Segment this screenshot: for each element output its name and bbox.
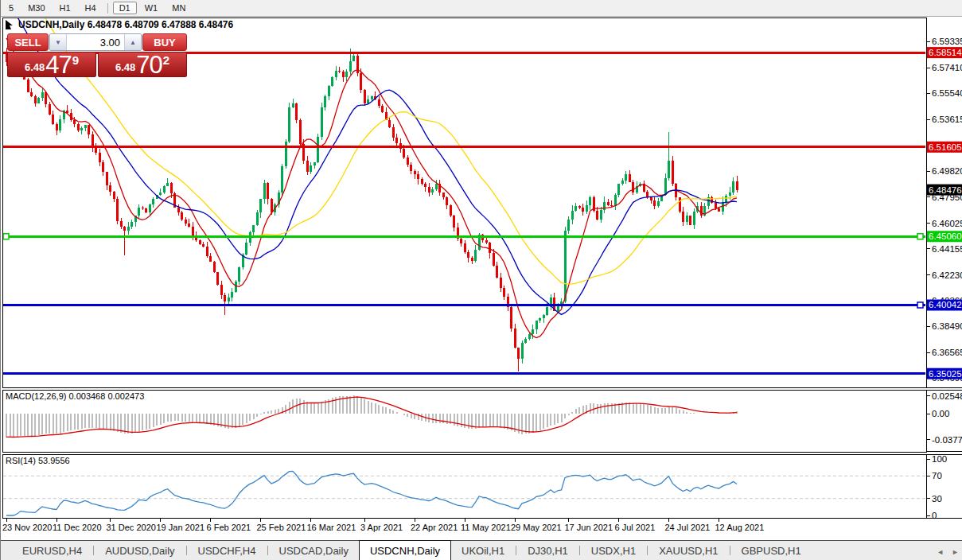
tab-separator [267, 546, 268, 555]
svg-text:31 Dec 2020: 31 Dec 2020 [107, 523, 156, 532]
sell-price-pip: 9 [72, 53, 79, 67]
svg-text:6.55540: 6.55540 [932, 88, 962, 98]
volume-increase-button[interactable]: ▲ [124, 34, 141, 50]
triangle-up-icon: ▲ [130, 39, 136, 46]
tab-separator [647, 546, 648, 555]
tab-separator [730, 546, 730, 555]
mt4-chart-window: 5M30H1H4D1W1MN 6.593356.574106.555406.53… [0, 0, 962, 560]
tab-separator [579, 546, 580, 555]
chart-tab-usdx[interactable]: USDX,H1 [581, 541, 646, 560]
svg-text:100: 100 [932, 454, 947, 464]
rsi-pane-title: RSI(14) 53.9556 [6, 456, 70, 465]
chart-tab-usdchf[interactable]: USDCHF,H4 [188, 541, 267, 560]
chart-cursor-icon [5, 19, 14, 30]
timeframe-button-h4[interactable]: H4 [79, 2, 103, 14]
svg-text:6.53615: 6.53615 [932, 115, 962, 124]
svg-text:23 Nov 2020: 23 Nov 2020 [2, 523, 52, 532]
chart-title-text: USDCNH,Daily 6.48478 6.48709 6.47888 6.4… [18, 19, 233, 30]
triangle-down-icon: ▼ [55, 39, 61, 46]
toolbar-separator [107, 3, 108, 14]
svg-text:12 Aug 2021: 12 Aug 2021 [715, 523, 765, 532]
svg-text:-0.037797: -0.037797 [932, 435, 962, 445]
chart-tab-dj30[interactable]: DJ30,H1 [517, 541, 578, 560]
svg-text:16 Mar 2021: 16 Mar 2021 [307, 523, 356, 532]
timeframe-button-m30[interactable]: M30 [21, 2, 51, 14]
buy-quote-panel[interactable]: 6.48702 [98, 52, 187, 77]
svg-text:6.57410: 6.57410 [932, 63, 962, 72]
chart-tab-gbpusd[interactable]: GBPUSD,H1 [731, 541, 812, 560]
tab-scroll-right-icon[interactable]: ► [952, 548, 959, 556]
chart-tab-ukoil[interactable]: UKOil,H1 [451, 541, 515, 560]
timeframe-button-5[interactable]: 5 [2, 2, 20, 14]
timeframe-button-h1[interactable]: H1 [53, 2, 77, 14]
timeframe-toolbar: 5M30H1H4D1W1MN [1, 0, 962, 17]
svg-text:3 Apr 2021: 3 Apr 2021 [360, 523, 403, 532]
chart-tab-audusd[interactable]: AUDUSD,Daily [95, 541, 185, 560]
line-selection-handle[interactable] [917, 234, 923, 239]
svg-text:6.59335: 6.59335 [932, 37, 962, 46]
svg-text:6.45060: 6.45060 [929, 231, 962, 241]
sell-quote-panel[interactable]: 6.48479 [7, 52, 96, 77]
svg-text:29 May 2021: 29 May 2021 [511, 523, 562, 532]
buy-price-prefix: 6.48 [115, 61, 135, 73]
timeframe-button-mn[interactable]: MN [166, 2, 192, 14]
volume-input[interactable] [67, 34, 124, 50]
svg-text:6.44155: 6.44155 [932, 244, 962, 254]
chart-tab-eurusd[interactable]: EURUSD,H4 [12, 541, 92, 560]
price-axis[interactable]: 6.593356.574106.555406.536156.498206.479… [926, 37, 962, 383]
sell-price-main: 47 [45, 52, 71, 76]
svg-text:11 May 2021: 11 May 2021 [461, 523, 511, 532]
buy-price-pip: 2 [163, 53, 169, 67]
svg-text:0.00: 0.00 [932, 409, 949, 418]
svg-text:6.38490: 6.38490 [932, 321, 962, 331]
svg-text:6.40042: 6.40042 [929, 300, 962, 309]
timeframe-button-w1[interactable]: W1 [138, 2, 165, 14]
tab-separator [186, 546, 187, 555]
svg-text:25 Feb 2021: 25 Feb 2021 [257, 523, 306, 532]
line-selection-handle[interactable] [3, 234, 9, 239]
tab-separator [93, 546, 94, 555]
volume-decrease-button[interactable]: ▼ [50, 34, 67, 50]
svg-text:6 Jul 2021: 6 Jul 2021 [615, 523, 656, 532]
svg-text:22 Apr 2021: 22 Apr 2021 [411, 523, 458, 532]
macd-axis[interactable]: 0.0254850.00-0.037797 [926, 391, 962, 445]
svg-text:30: 30 [932, 494, 942, 504]
svg-text:24 Jul 2021: 24 Jul 2021 [665, 523, 711, 532]
sell-button[interactable]: SELL [7, 33, 49, 51]
timeframe-button-d1[interactable]: D1 [113, 2, 137, 14]
chart-tab-usdcnh[interactable]: USDCNH,Daily [359, 540, 451, 560]
svg-text:6.35025: 6.35025 [929, 369, 962, 379]
buy-button[interactable]: BUY [142, 33, 187, 51]
sell-price-prefix: 6.48 [25, 61, 45, 73]
volume-stepper: ▼ ▲ [49, 33, 142, 51]
symbol-tab-bar: EURUSD,H4AUDUSD,DailyUSDCHF,H4USDCAD,Dai… [1, 540, 962, 560]
svg-text:17 Jun 2021: 17 Jun 2021 [565, 523, 613, 532]
tab-scroll-left-icon[interactable]: ◄ [937, 548, 944, 556]
svg-text:19 Jan 2021: 19 Jan 2021 [157, 523, 205, 532]
chart-title: USDCNH,Daily 6.48478 6.48709 6.47888 6.4… [5, 19, 233, 30]
svg-text:6.46025: 6.46025 [932, 219, 962, 228]
svg-text:6.49820: 6.49820 [932, 166, 962, 176]
svg-text:0.025485: 0.025485 [932, 391, 962, 401]
line-selection-handle[interactable] [917, 302, 923, 308]
chart-tab-usdcad[interactable]: USDCAD,Daily [269, 541, 359, 560]
one-click-trading-panel: SELL ▼ ▲ BUY 6.48479 6.48702 [7, 33, 187, 77]
svg-text:6.48476: 6.48476 [929, 185, 962, 195]
svg-text:70: 70 [932, 471, 942, 480]
trade-controls-row: SELL ▼ ▲ BUY [7, 33, 187, 51]
tab-separator [516, 546, 516, 555]
svg-text:6.58514: 6.58514 [929, 48, 962, 57]
buy-price-main: 70 [136, 52, 162, 76]
macd-pane-title: MACD(12,26,9) 0.003468 0.002473 [6, 391, 144, 401]
chart-tab-xauusd[interactable]: XAUUSD,H1 [648, 541, 728, 560]
svg-text:6 Feb 2021: 6 Feb 2021 [207, 523, 251, 532]
tab-scroll-buttons: ◄ ► [937, 548, 959, 556]
date-axis[interactable]: 23 Nov 202011 Dec 202031 Dec 202019 Jan … [2, 519, 764, 532]
svg-text:6.36565: 6.36565 [932, 348, 962, 357]
svg-text:6.51605: 6.51605 [929, 142, 962, 152]
svg-text:6.42230: 6.42230 [932, 270, 962, 280]
rsi-axis[interactable]: 10070300 [926, 454, 947, 520]
price-chart[interactable]: 6.593356.574106.555406.536156.498206.479… [1, 0, 962, 560]
trade-quotes-row: 6.48479 6.48702 [7, 52, 187, 77]
svg-text:11 Dec 2020: 11 Dec 2020 [53, 523, 102, 532]
